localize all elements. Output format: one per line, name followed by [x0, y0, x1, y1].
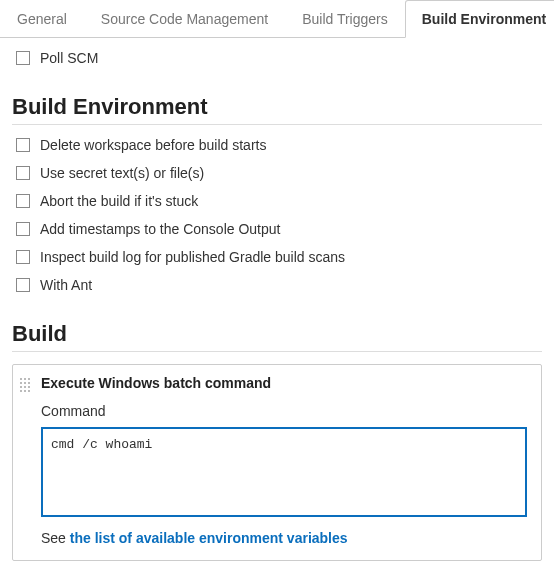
- build-step-execute-windows-batch: Execute Windows batch command Command Se…: [12, 364, 542, 561]
- help-text: See the list of available environment va…: [41, 530, 527, 546]
- config-tabs: General Source Code Management Build Tri…: [0, 0, 554, 38]
- checkbox-row-use-secret: Use secret text(s) or file(s): [12, 159, 542, 187]
- drag-handle-icon[interactable]: [19, 377, 31, 393]
- checkbox-with-ant[interactable]: [16, 278, 30, 292]
- build-step-title: Execute Windows batch command: [41, 375, 527, 391]
- label-timestamps[interactable]: Add timestamps to the Console Output: [40, 221, 280, 237]
- command-textarea[interactable]: [41, 427, 527, 517]
- checkbox-use-secret[interactable]: [16, 166, 30, 180]
- env-vars-link[interactable]: the list of available environment variab…: [70, 530, 348, 546]
- tab-build-environment[interactable]: Build Environment: [405, 0, 554, 38]
- label-use-secret[interactable]: Use secret text(s) or file(s): [40, 165, 204, 181]
- checkbox-poll-scm[interactable]: [16, 51, 30, 65]
- build-environment-options: Delete workspace before build starts Use…: [12, 131, 542, 299]
- checkbox-row-abort-stuck: Abort the build if it's stuck: [12, 187, 542, 215]
- label-poll-scm[interactable]: Poll SCM: [40, 50, 98, 66]
- label-delete-workspace[interactable]: Delete workspace before build starts: [40, 137, 266, 153]
- tab-scm[interactable]: Source Code Management: [84, 0, 285, 37]
- help-prefix: See: [41, 530, 70, 546]
- config-content: Poll SCM Build Environment Delete worksp…: [0, 44, 554, 565]
- command-label: Command: [41, 403, 527, 419]
- checkbox-row-delete-workspace: Delete workspace before build starts: [12, 131, 542, 159]
- checkbox-abort-stuck[interactable]: [16, 194, 30, 208]
- checkbox-row-gradle-scans: Inspect build log for published Gradle b…: [12, 243, 542, 271]
- section-heading-build-environment: Build Environment: [12, 94, 542, 125]
- tab-triggers[interactable]: Build Triggers: [285, 0, 405, 37]
- checkbox-delete-workspace[interactable]: [16, 138, 30, 152]
- checkbox-row-poll-scm: Poll SCM: [12, 44, 542, 72]
- build-triggers-partial: Poll SCM: [12, 44, 542, 72]
- checkbox-row-with-ant: With Ant: [12, 271, 542, 299]
- label-abort-stuck[interactable]: Abort the build if it's stuck: [40, 193, 198, 209]
- label-gradle-scans[interactable]: Inspect build log for published Gradle b…: [40, 249, 345, 265]
- section-heading-build: Build: [12, 321, 542, 352]
- label-with-ant[interactable]: With Ant: [40, 277, 92, 293]
- checkbox-row-timestamps: Add timestamps to the Console Output: [12, 215, 542, 243]
- tab-general[interactable]: General: [0, 0, 84, 37]
- checkbox-gradle-scans[interactable]: [16, 250, 30, 264]
- checkbox-timestamps[interactable]: [16, 222, 30, 236]
